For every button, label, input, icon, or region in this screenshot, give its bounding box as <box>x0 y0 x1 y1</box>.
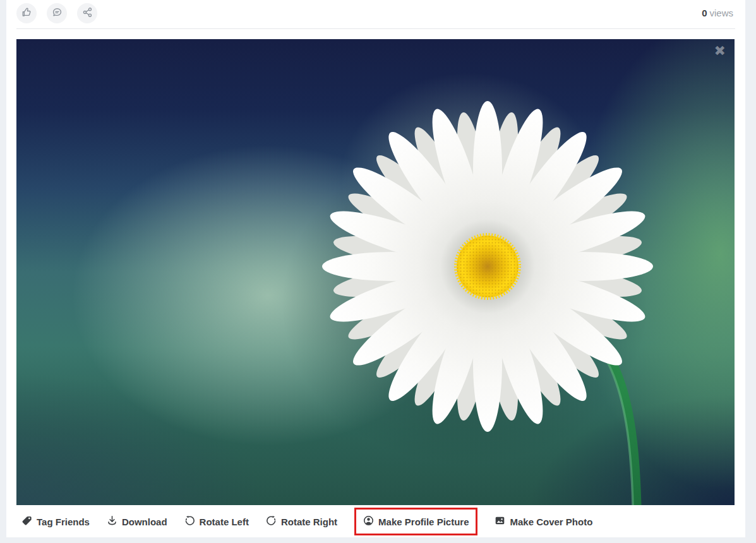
comment-icon <box>52 7 63 20</box>
rotate-right-button[interactable]: Rotate Right <box>266 515 337 528</box>
make-cover-photo-label: Make Cover Photo <box>510 516 592 527</box>
content-panel: 0views <box>6 0 745 537</box>
views-counter: 0views <box>702 8 733 18</box>
like-button[interactable] <box>16 3 37 23</box>
topbar-divider <box>16 28 735 29</box>
download-button[interactable]: Download <box>107 515 167 528</box>
download-label: Download <box>122 516 167 527</box>
thumbs-up-icon <box>21 7 32 20</box>
tag-icon <box>21 515 32 528</box>
download-icon <box>107 515 117 528</box>
profile-circle-icon <box>363 515 374 528</box>
share-icon <box>82 7 93 20</box>
views-count: 0 <box>702 8 707 18</box>
top-action-bar: 0views <box>6 0 745 28</box>
tag-friends-button[interactable]: Tag Friends <box>21 515 90 528</box>
rotate-right-label: Rotate Right <box>281 516 337 527</box>
comment-button[interactable] <box>47 3 67 23</box>
rotate-left-label: Rotate Left <box>200 516 249 527</box>
close-icon[interactable]: ✖ <box>714 44 726 58</box>
rotate-left-button[interactable]: Rotate Left <box>184 515 249 528</box>
daisy-flower-illustration <box>16 39 735 505</box>
rotate-right-icon <box>266 515 277 528</box>
rotate-left-icon <box>184 515 195 528</box>
tag-friends-label: Tag Friends <box>37 516 90 527</box>
make-cover-photo-button[interactable]: Make Cover Photo <box>495 515 592 528</box>
photo-toolbar: Tag Friends Download Rotate Left <box>16 505 745 538</box>
cover-photo-icon <box>495 515 505 528</box>
share-button[interactable] <box>77 3 97 23</box>
photo-viewer-image: ✖ <box>16 39 735 505</box>
views-label: views <box>709 8 733 18</box>
make-profile-picture-button[interactable]: Make Profile Picture <box>354 508 477 535</box>
make-profile-picture-label: Make Profile Picture <box>378 516 469 527</box>
